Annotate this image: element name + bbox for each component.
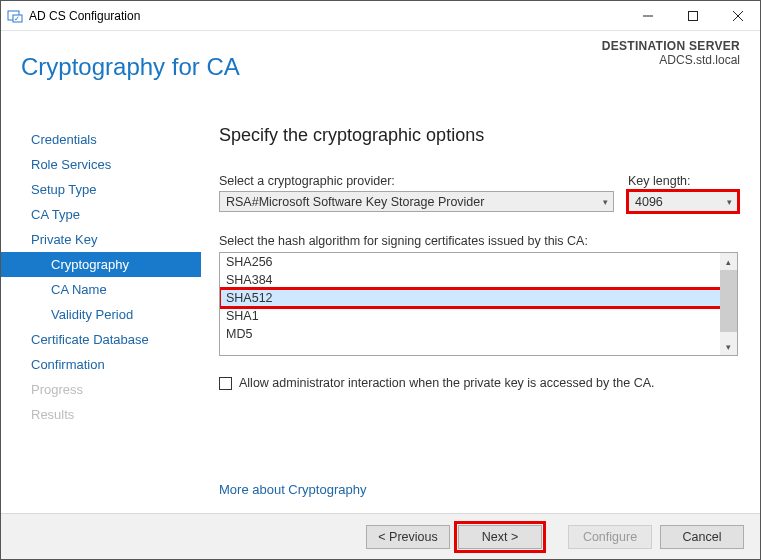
svg-text:✓: ✓ (14, 15, 20, 22)
provider-value: RSA#Microsoft Software Key Storage Provi… (226, 195, 484, 209)
destination-info: DESTINATION SERVER ADCS.std.local (602, 39, 740, 67)
hash-item-sha384[interactable]: SHA384 (220, 271, 737, 289)
previous-button[interactable]: < Previous (366, 525, 450, 549)
next-button[interactable]: Next > (458, 525, 542, 549)
step-certificate-database[interactable]: Certificate Database (1, 327, 201, 352)
wizard-steps: Credentials Role Services Setup Type CA … (1, 111, 201, 513)
step-setup-type[interactable]: Setup Type (1, 177, 201, 202)
wizard-window: ✓ AD CS Configuration DESTINATION SERVER… (0, 0, 761, 560)
step-private-key[interactable]: Private Key (1, 227, 201, 252)
titlebar: ✓ AD CS Configuration (1, 1, 760, 31)
step-progress: Progress (1, 377, 201, 402)
svg-rect-4 (688, 11, 697, 20)
listbox-scrollbar[interactable]: ▴ ▾ (720, 253, 737, 355)
step-confirmation[interactable]: Confirmation (1, 352, 201, 377)
hash-item-sha256[interactable]: SHA256 (220, 253, 737, 271)
step-results: Results (1, 402, 201, 427)
provider-label: Select a cryptographic provider: (219, 174, 614, 188)
minimize-button[interactable] (625, 1, 670, 30)
close-button[interactable] (715, 1, 760, 30)
scroll-up-icon[interactable]: ▴ (720, 253, 737, 270)
scroll-thumb[interactable] (720, 270, 737, 332)
configure-button: Configure (568, 525, 652, 549)
chevron-down-icon: ▾ (600, 197, 611, 207)
hash-item-sha512[interactable]: SHA512 (220, 289, 737, 307)
more-about-link[interactable]: More about Cryptography (219, 482, 366, 497)
admin-interaction-label: Allow administrator interaction when the… (239, 376, 654, 390)
chevron-down-icon: ▾ (724, 197, 735, 207)
admin-interaction-checkbox[interactable] (219, 377, 232, 390)
window-title: AD CS Configuration (29, 9, 140, 23)
destination-value: ADCS.std.local (602, 53, 740, 67)
destination-label: DESTINATION SERVER (602, 39, 740, 53)
keylength-combobox[interactable]: 4096 ▾ (628, 191, 738, 212)
scroll-down-icon[interactable]: ▾ (720, 338, 737, 355)
step-ca-type[interactable]: CA Type (1, 202, 201, 227)
cancel-button[interactable]: Cancel (660, 525, 744, 549)
maximize-button[interactable] (670, 1, 715, 30)
step-role-services[interactable]: Role Services (1, 152, 201, 177)
step-credentials[interactable]: Credentials (1, 127, 201, 152)
app-icon: ✓ (7, 8, 23, 24)
provider-combobox[interactable]: RSA#Microsoft Software Key Storage Provi… (219, 191, 614, 212)
hash-listbox[interactable]: SHA256 SHA384 SHA512 SHA1 MD5 ▴ ▾ (219, 252, 738, 356)
main-panel: Specify the cryptographic options Select… (201, 111, 760, 513)
panel-heading: Specify the cryptographic options (219, 125, 738, 146)
step-cryptography[interactable]: Cryptography (1, 252, 201, 277)
header: DESTINATION SERVER ADCS.std.local Crypto… (1, 31, 760, 111)
keylength-value: 4096 (635, 195, 663, 209)
hash-item-sha1[interactable]: SHA1 (220, 307, 737, 325)
keylength-label: Key length: (628, 174, 738, 188)
hash-item-md5[interactable]: MD5 (220, 325, 737, 343)
step-validity-period[interactable]: Validity Period (1, 302, 201, 327)
step-ca-name[interactable]: CA Name (1, 277, 201, 302)
wizard-footer: < Previous Next > Configure Cancel (1, 513, 760, 559)
hash-label: Select the hash algorithm for signing ce… (219, 234, 738, 248)
